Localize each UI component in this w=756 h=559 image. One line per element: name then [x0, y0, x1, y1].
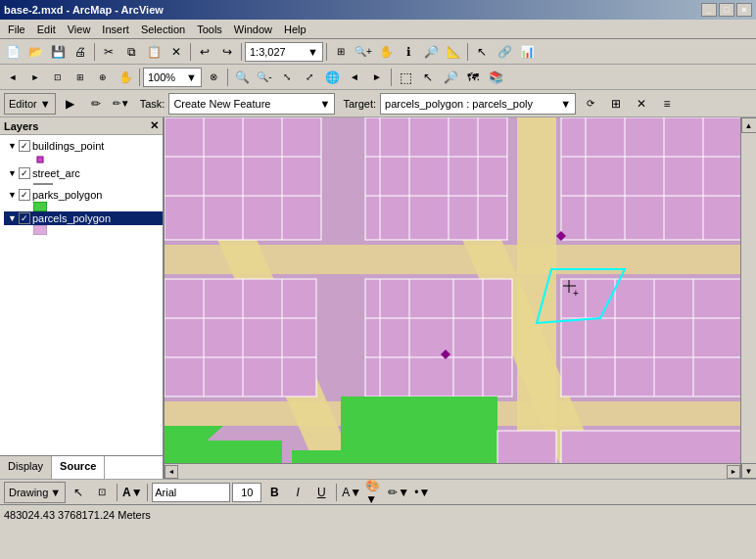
delete-btn[interactable]: ✕: [165, 41, 187, 63]
expand-buildings[interactable]: ▼: [8, 141, 17, 151]
fwd-btn[interactable]: ►: [366, 67, 388, 88]
display-tab[interactable]: Display: [0, 456, 52, 479]
menu-edit[interactable]: Edit: [31, 22, 62, 37]
zoom-select[interactable]: ⊕: [92, 67, 114, 88]
zoom-fixed[interactable]: ⊗: [203, 67, 224, 88]
open-btn[interactable]: 📂: [24, 41, 46, 63]
editor-dropdown[interactable]: Editor ▼: [4, 93, 56, 115]
target-dropdown[interactable]: parcels_polygon : parcels_poly ▼: [380, 93, 576, 115]
select-btn[interactable]: ↖: [471, 41, 493, 63]
map-area[interactable]: + ▲ ▼ ◄ ►: [165, 117, 756, 479]
zoom-full-btn[interactable]: ⊞: [330, 41, 352, 63]
underline-btn[interactable]: U: [310, 482, 332, 503]
pointer[interactable]: ↖: [417, 67, 439, 88]
edit-tool1[interactable]: ⟳: [580, 93, 601, 115]
zoom-next[interactable]: ►: [24, 67, 46, 88]
menu-help[interactable]: Help: [278, 22, 312, 37]
minimize-button[interactable]: _: [701, 3, 717, 17]
right-scrollbar[interactable]: ▲ ▼: [740, 117, 756, 479]
toc-layer-street[interactable]: ▼ ✓ street_arc: [4, 166, 163, 180]
line-color-btn[interactable]: ✏▼: [388, 482, 409, 503]
cut-btn[interactable]: ✂: [98, 41, 119, 63]
sep9: [117, 484, 118, 501]
zoom-pct-dropdown[interactable]: 100% ▼: [143, 68, 202, 87]
scroll-right-btn[interactable]: ►: [727, 465, 740, 479]
scroll-left-btn[interactable]: ◄: [165, 465, 178, 479]
draw-pointer[interactable]: ↖: [68, 482, 89, 503]
magnify[interactable]: 🔎: [440, 67, 461, 88]
pan2[interactable]: ✋: [115, 67, 136, 88]
check-parks[interactable]: ✓: [19, 189, 30, 201]
zoom-prev[interactable]: ◄: [2, 67, 24, 88]
zoom-layer[interactable]: ⊞: [70, 67, 91, 88]
toc-layer-parks[interactable]: ▼ ✓ parks_polygon: [4, 188, 163, 202]
scale-dropdown[interactable]: 1:3,027 ▼: [245, 42, 323, 62]
edit-pencil2[interactable]: ✏▼: [111, 93, 132, 115]
new-btn[interactable]: 📄: [2, 41, 24, 63]
bottom-scrollbar[interactable]: ◄ ►: [165, 463, 740, 479]
italic-btn[interactable]: I: [287, 482, 308, 503]
scroll-down-btn[interactable]: ▼: [741, 463, 757, 479]
save-btn[interactable]: 💾: [47, 41, 69, 63]
catalog[interactable]: 📚: [485, 67, 506, 88]
menu-tools[interactable]: Tools: [191, 22, 228, 37]
check-street[interactable]: ✓: [19, 167, 30, 179]
measure-btn[interactable]: 📐: [443, 41, 464, 63]
drawing-dropdown[interactable]: Drawing ▼: [4, 482, 66, 503]
hyperlink-btn[interactable]: 🔗: [494, 41, 515, 63]
edit-pencil[interactable]: ✏: [85, 93, 107, 115]
source-tab[interactable]: Source: [52, 456, 105, 479]
map-svg: +: [165, 117, 756, 479]
full-extent[interactable]: ⤡: [276, 67, 298, 88]
edit-tool3[interactable]: ✕: [631, 93, 652, 115]
expand-parcels[interactable]: ▼: [8, 213, 17, 223]
bold-btn[interactable]: B: [263, 482, 285, 503]
paste-btn[interactable]: 📋: [143, 41, 165, 63]
toc-layer-parcels[interactable]: ▼ ✓ parcels_polygon: [4, 211, 163, 225]
pan-btn[interactable]: ✋: [375, 41, 397, 63]
undo-btn[interactable]: ↩: [194, 41, 215, 63]
close-button[interactable]: ×: [736, 3, 752, 17]
menu-window[interactable]: Window: [228, 22, 278, 37]
maximize-button[interactable]: □: [719, 3, 734, 17]
full-extent2[interactable]: ⤢: [299, 67, 320, 88]
font-color-btn[interactable]: A▼: [341, 482, 362, 503]
menu-selection[interactable]: Selection: [135, 22, 191, 37]
redo-btn[interactable]: ↪: [216, 41, 238, 63]
globe-btn[interactable]: 🌐: [321, 67, 343, 88]
find-btn[interactable]: 🔎: [420, 41, 442, 63]
toc-close-button[interactable]: ✕: [150, 119, 159, 132]
edit-tool2[interactable]: ⊞: [605, 93, 627, 115]
zoom-out2[interactable]: 🔍-: [254, 67, 275, 88]
back-btn[interactable]: ◄: [344, 67, 365, 88]
menu-view[interactable]: View: [62, 22, 97, 37]
check-parcels[interactable]: ✓: [19, 212, 30, 224]
copy-btn[interactable]: ⧉: [120, 41, 142, 63]
scroll-up-btn[interactable]: ▲: [741, 117, 757, 133]
toc-layer-buildings[interactable]: ▼ ✓ buildings_point: [4, 139, 163, 153]
check-buildings[interactable]: ✓: [19, 140, 30, 152]
menu-insert[interactable]: Insert: [96, 22, 135, 37]
titlebar-controls[interactable]: _ □ ×: [701, 3, 752, 17]
font-name-input[interactable]: [152, 483, 230, 502]
edit-pointer[interactable]: ▶: [60, 93, 81, 115]
task-dropdown[interactable]: Create New Feature ▼: [168, 93, 335, 115]
select2[interactable]: ⬚: [395, 67, 416, 88]
table-btn[interactable]: 📊: [516, 41, 538, 63]
identify-btn[interactable]: ℹ: [398, 41, 419, 63]
expand-street[interactable]: ▼: [8, 168, 17, 178]
zoom-in2[interactable]: 🔍: [231, 67, 253, 88]
svg-rect-3: [33, 225, 47, 235]
shadow-btn[interactable]: •▼: [411, 482, 433, 503]
zoom-full2[interactable]: ⊡: [47, 67, 69, 88]
font-size-input[interactable]: [232, 483, 261, 502]
overview[interactable]: 🗺: [462, 67, 484, 88]
print-btn[interactable]: 🖨: [70, 41, 91, 63]
text-insert[interactable]: A▼: [121, 482, 143, 503]
draw-selector[interactable]: ⊡: [91, 482, 113, 503]
edit-tool4[interactable]: ≡: [656, 93, 678, 115]
menu-file[interactable]: File: [2, 22, 31, 37]
fill-color-btn[interactable]: 🎨▼: [364, 482, 386, 503]
expand-parks[interactable]: ▼: [8, 190, 17, 200]
zoom-in-btn[interactable]: 🔍+: [353, 41, 374, 63]
